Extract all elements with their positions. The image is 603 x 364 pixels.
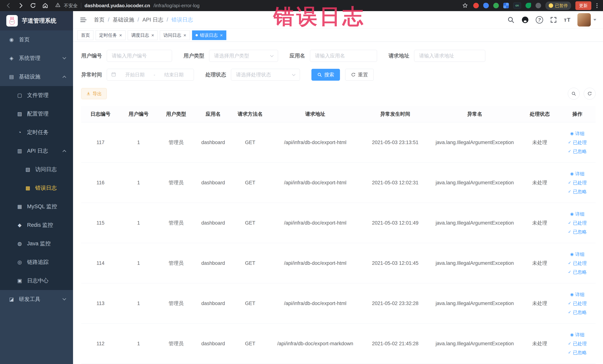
row-action-link[interactable]: ✓ 已忽略 — [568, 309, 587, 316]
row-action-link[interactable]: ✓ 已忽略 — [568, 349, 587, 356]
breadcrumb-item[interactable]: 基础设施 — [104, 16, 134, 23]
breadcrumb-item[interactable]: API 日志 — [134, 16, 163, 23]
breadcrumb-item[interactable]: 首页 — [94, 16, 104, 23]
sidebar-item[interactable]: ◔ 定时任务 — [0, 123, 73, 142]
row-action-link[interactable]: ◉ 详细 — [570, 170, 584, 177]
cell-operations: ◉ 详细 ✓ 已处理 — [559, 324, 596, 364]
address-bar[interactable]: 不安全 dashboard.yudao.iocoder.cn /infra/lo… — [55, 2, 457, 9]
browser-menu-icon[interactable] — [596, 3, 598, 9]
row-action-link[interactable]: ✓ 已处理 — [568, 300, 587, 307]
export-button[interactable]: 导出 — [81, 88, 107, 99]
view-tab[interactable]: 访问日志 × — [160, 30, 190, 40]
breadcrumb-item[interactable]: 错误日志 — [163, 16, 193, 23]
column-header: 用户类型 — [157, 106, 195, 122]
sidebar-item[interactable]: ◎ 链路追踪 — [0, 253, 73, 271]
fullscreen-icon[interactable] — [550, 16, 557, 23]
sidebar-item[interactable]: ▢ 文件管理 — [0, 86, 73, 105]
request-url-input[interactable] — [414, 50, 485, 62]
row-action-link[interactable]: ✓ 已处理 — [568, 259, 587, 267]
row-action-link[interactable]: ✓ 已处理 — [568, 139, 587, 146]
exception-time-range-picker[interactable]: 开始日期 - 结束日期 — [107, 69, 194, 81]
extension-icon[interactable] — [493, 3, 499, 8]
view-tab[interactable]: 调度日志 × — [128, 30, 158, 40]
extension-icon[interactable] — [535, 3, 541, 8]
close-icon[interactable]: × — [151, 33, 154, 38]
paused-badge[interactable]: 已暂停 — [545, 2, 571, 10]
tab-label: 定时任务 — [99, 32, 117, 38]
back-icon[interactable] — [5, 2, 12, 9]
reset-button[interactable]: 重置 — [345, 69, 374, 81]
cell-process-status: 未处理 — [521, 163, 559, 203]
row-action-link[interactable]: ✓ 已处理 — [568, 340, 587, 347]
sidebar-item[interactable]: ▧ 访问日志 — [0, 160, 73, 179]
cell-method: GET — [231, 243, 269, 283]
action-icon: ◉ — [570, 130, 574, 137]
row-action-link[interactable]: ◉ 详细 — [570, 250, 584, 258]
app-name-label: 应用名 — [290, 52, 305, 59]
table-row: 112 1 管理员 dashboard GET /api/infra/db-do… — [81, 324, 596, 364]
reload-icon[interactable] — [29, 2, 37, 9]
view-tab[interactable]: 错误日志 × — [192, 30, 226, 40]
toggle-search-button[interactable] — [568, 88, 580, 100]
view-tab[interactable]: 首页 × — [78, 30, 93, 40]
search-icon[interactable] — [507, 16, 515, 23]
table-header-row: 日志编号 用户编号 用户类型 应用名 请求方法名 请求地址 异常发生时间 — [81, 106, 596, 122]
menu-item-label: 访问日志 — [35, 166, 57, 173]
row-action-link[interactable]: ✓ 已忽略 — [568, 268, 587, 276]
right-toolbar — [568, 88, 596, 100]
menu-item-icon: ◉ — [7, 37, 16, 43]
home-icon[interactable] — [42, 2, 49, 9]
sidebar-item[interactable]: ◍ Java 监控 — [0, 234, 73, 253]
user-type-select[interactable]: 请选择用户类型 — [209, 50, 278, 62]
extension-icon[interactable] — [525, 3, 531, 8]
view-tab[interactable]: 定时任务 × — [96, 30, 126, 40]
row-action-link[interactable]: ✓ 已忽略 — [568, 148, 587, 155]
extension-grid-icon[interactable] — [503, 3, 509, 8]
cell-process-status: 未处理 — [521, 203, 559, 243]
row-action-link[interactable]: ◉ 详细 — [570, 210, 584, 218]
extension-icon[interactable] — [473, 3, 479, 8]
search-button[interactable]: 搜索 — [312, 69, 340, 81]
github-icon[interactable] — [521, 16, 529, 24]
row-action-link[interactable]: ✓ 已处理 — [568, 179, 587, 186]
sidebar-item[interactable]: ▣ 日志中心 — [0, 271, 73, 290]
row-action-link[interactable]: ◉ 详细 — [570, 291, 584, 298]
refresh-button[interactable] — [584, 88, 596, 100]
sidebar-item[interactable]: ▨ 配置管理 — [0, 105, 73, 123]
process-status-select[interactable]: 请选择处理状态 — [231, 69, 300, 81]
extension-on-badge[interactable]: on — [513, 2, 521, 9]
help-icon[interactable]: ? — [536, 16, 543, 23]
extension-icon[interactable] — [483, 3, 489, 8]
cell-app-name: dashboard — [195, 203, 231, 243]
action-label: 已忽略 — [573, 309, 587, 316]
close-icon[interactable]: × — [220, 33, 223, 38]
row-action-link[interactable]: ◉ 详细 — [570, 331, 584, 338]
sidebar-item[interactable]: ◪ 研发工具 — [0, 290, 73, 309]
request-url-label: 请求地址 — [389, 52, 409, 59]
menu-item-label: 研发工具 — [19, 295, 40, 303]
hamburger-icon[interactable] — [80, 16, 87, 23]
row-action-link[interactable]: ✓ 已忽略 — [568, 188, 587, 195]
sidebar-item[interactable]: ◆ Redis 监控 — [0, 216, 73, 234]
app-name-input[interactable] — [310, 50, 377, 62]
sidebar-item[interactable]: ▦ MySQL 监控 — [0, 197, 73, 216]
user-menu[interactable] — [577, 13, 596, 26]
app-logo[interactable]: 芋道管理系统 — [0, 11, 73, 30]
bookmark-star-icon[interactable] — [461, 2, 469, 9]
font-size-icon[interactable]: тT — [564, 17, 571, 23]
forward-icon[interactable] — [17, 2, 24, 9]
sidebar-item[interactable]: ◉ 首页 — [0, 30, 73, 49]
menu-item-icon: ▨ — [16, 111, 24, 117]
row-action-link[interactable]: ✓ 已处理 — [568, 219, 587, 227]
chevron-down-icon — [292, 72, 295, 76]
close-icon[interactable]: × — [119, 33, 122, 38]
sidebar-item[interactable]: ▤ 基础设施 — [0, 68, 73, 86]
sidebar-item[interactable]: ▥ API 日志 — [0, 142, 73, 160]
update-button[interactable]: 更新 — [575, 1, 591, 10]
row-action-link[interactable]: ✓ 已忽略 — [568, 228, 587, 235]
user-id-input[interactable] — [107, 50, 172, 62]
sidebar-item[interactable]: ▩ 错误日志 — [0, 179, 73, 197]
close-icon[interactable]: × — [183, 33, 186, 38]
sidebar-item[interactable]: ◈ 系统管理 — [0, 49, 73, 68]
row-action-link[interactable]: ◉ 详细 — [570, 130, 584, 137]
